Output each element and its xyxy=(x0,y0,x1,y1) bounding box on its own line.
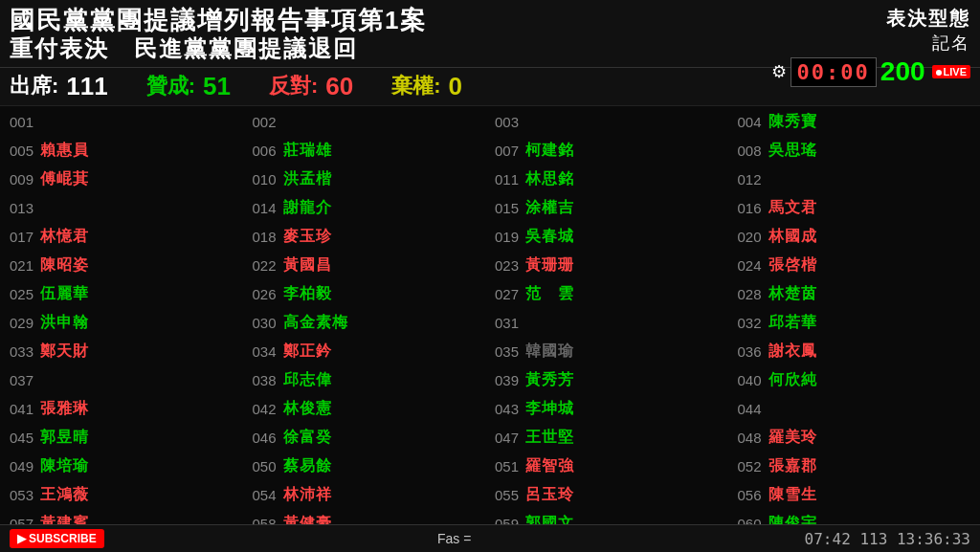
attendance-label: 出席: xyxy=(10,72,58,100)
table-cell: 018麥玉珍 xyxy=(248,223,491,252)
cell-name: 莊瑞雄 xyxy=(283,141,332,161)
cell-number: 013 xyxy=(10,200,40,216)
table-cell: 035韓國瑜 xyxy=(490,338,733,366)
cell-name: 呂玉玲 xyxy=(525,485,574,505)
cell-name: 謝衣鳳 xyxy=(768,342,817,362)
cell-name: 涂權吉 xyxy=(525,198,574,218)
countdown-display: 200 xyxy=(880,56,925,87)
table-cell: 036謝衣鳳 xyxy=(733,338,976,366)
table-cell: 040何欣純 xyxy=(733,366,976,395)
approve-value: 51 xyxy=(203,72,231,101)
table-cell: 055呂玉玲 xyxy=(490,481,733,510)
cell-number: 022 xyxy=(253,257,283,274)
cell-name: 麥玉珍 xyxy=(283,227,332,247)
cell-number: 056 xyxy=(738,487,768,503)
cell-name: 鄭正鈐 xyxy=(283,342,332,362)
table-cell: 009傅崐萁 xyxy=(5,166,248,194)
cell-name: 韓國瑜 xyxy=(525,342,574,362)
cell-name: 蔡易餘 xyxy=(283,456,332,476)
cell-number: 018 xyxy=(253,229,283,245)
cell-name: 林思銘 xyxy=(525,169,574,189)
cell-number: 011 xyxy=(495,171,525,188)
cell-number: 053 xyxy=(10,487,40,503)
table-cell: 053王鴻薇 xyxy=(5,481,248,510)
cell-name: 黃秀芳 xyxy=(525,370,574,390)
table-cell: 003 xyxy=(490,108,733,137)
cell-number: 017 xyxy=(10,229,40,245)
cell-number: 001 xyxy=(10,114,40,130)
gear-icon: ⚙ xyxy=(771,61,787,82)
table-cell: 056陳雪生 xyxy=(733,481,976,510)
cell-name: 吳思瑤 xyxy=(768,141,817,161)
cell-number: 032 xyxy=(738,315,768,331)
table-cell: 026李柏毅 xyxy=(248,280,491,309)
oppose-stat: 反對: 60 xyxy=(269,72,353,101)
table-cell: 032邱若華 xyxy=(733,309,976,338)
cell-name: 何欣純 xyxy=(768,370,817,390)
cell-number: 012 xyxy=(738,171,768,188)
cell-name: 徐富癸 xyxy=(283,428,332,448)
cell-number: 031 xyxy=(495,315,525,331)
table-cell: 044 xyxy=(733,395,976,424)
approve-stat: 贊成: 51 xyxy=(146,72,231,101)
table-cell: 008吳思瑤 xyxy=(733,137,976,166)
table-cell: 041張雅琳 xyxy=(5,395,248,424)
vote-type-label: 表決型態 xyxy=(886,8,970,29)
cell-name: 郭昱晴 xyxy=(40,428,89,448)
table-cell: 002 xyxy=(248,108,491,137)
bottom-bar: ▶ SUBSCRIBE Fas = 07:42 113 13:36:33 xyxy=(0,524,980,552)
cell-number: 023 xyxy=(495,257,525,274)
table-cell: 033鄭天財 xyxy=(5,338,248,366)
table-cell: 022黃國昌 xyxy=(248,252,491,280)
cell-number: 027 xyxy=(495,286,525,302)
cell-number: 046 xyxy=(253,430,283,446)
cell-number: 045 xyxy=(10,430,40,446)
subscribe-button[interactable]: ▶ SUBSCRIBE xyxy=(10,529,104,548)
table-cell: 048羅美玲 xyxy=(733,424,976,453)
record-label: 記名 xyxy=(932,33,970,53)
table-cell: 052張嘉郡 xyxy=(733,453,976,481)
cell-number: 038 xyxy=(253,372,283,388)
cell-name: 范 雲 xyxy=(525,284,574,304)
timer-box: ⚙ 00:00 200 LIVE xyxy=(771,56,970,87)
table-cell: 051羅智強 xyxy=(490,453,733,481)
table-cell: 054林沛祥 xyxy=(248,481,491,510)
cell-number: 019 xyxy=(495,229,525,245)
cell-name: 張雅琳 xyxy=(40,399,89,419)
cell-number: 033 xyxy=(10,343,40,360)
attendance-value: 111 xyxy=(66,72,107,101)
table-cell: 049陳培瑜 xyxy=(5,453,248,481)
table-cell: 012 xyxy=(733,166,976,194)
table-cell: 047王世堅 xyxy=(490,424,733,453)
table-cell: 001 xyxy=(5,108,248,137)
table-cell: 020林國成 xyxy=(733,223,976,252)
cell-name: 林俊憲 xyxy=(283,399,332,419)
cell-number: 040 xyxy=(738,372,768,388)
cell-number: 054 xyxy=(253,487,283,503)
subscribe-icon: ▶ xyxy=(17,532,26,545)
table-cell: 017林憶君 xyxy=(5,223,248,252)
table-cell: 030高金素梅 xyxy=(248,309,491,338)
cell-name: 邱志偉 xyxy=(283,370,332,390)
table-cell: 004陳秀寶 xyxy=(733,108,976,137)
cell-number: 028 xyxy=(738,286,768,302)
cell-number: 044 xyxy=(738,401,768,417)
table-cell: 029洪申翰 xyxy=(5,309,248,338)
top-right-panel: 表決型態 記名 ⚙ 00:00 200 LIVE xyxy=(771,6,970,87)
table-cell: 025伍麗華 xyxy=(5,280,248,309)
cell-name: 洪申翰 xyxy=(40,313,89,333)
cell-number: 006 xyxy=(253,143,283,159)
cell-name: 張嘉郡 xyxy=(768,456,817,476)
cell-name: 吳春城 xyxy=(525,227,574,247)
table-cell: 039黃秀芳 xyxy=(490,366,733,395)
header: 國民黨黨團提議增列報告事項第1案 重付表決 民進黨黨團提議退回 表決型態 記名 … xyxy=(0,0,980,68)
cell-number: 049 xyxy=(10,458,40,475)
table-cell: 045郭昱晴 xyxy=(5,424,248,453)
table-cell: 034鄭正鈐 xyxy=(248,338,491,366)
abstain-label: 棄權: xyxy=(391,72,440,100)
cell-name: 羅智強 xyxy=(525,456,574,476)
vote-table: 001002003004陳秀寶005賴惠員006莊瑞雄007柯建銘008吳思瑤0… xyxy=(0,106,980,552)
cell-number: 026 xyxy=(253,286,283,302)
cell-number: 002 xyxy=(253,114,283,130)
table-cell: 015涂權吉 xyxy=(490,194,733,223)
